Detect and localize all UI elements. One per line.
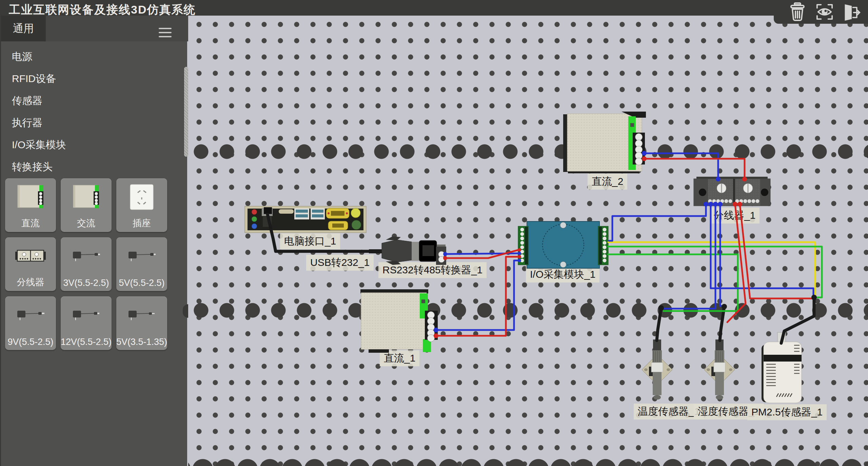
adapter-icon [116, 239, 167, 275]
cable-humid-sensor[interactable] [720, 307, 724, 341]
menu-item-io[interactable]: I/O采集模块 [1, 134, 181, 156]
ac-power-icon [61, 180, 112, 216]
sidebar-collapse-handle[interactable] [183, 304, 188, 318]
palette-item-label: 分线器 [5, 276, 56, 288]
dc1-terminal-block[interactable] [425, 311, 438, 340]
category-menu: 电源 RFID设备 传感器 执行器 I/O采集模块 转换接头 [1, 45, 181, 178]
serial-ports [326, 208, 349, 230]
menu-icon[interactable] [159, 28, 172, 38]
palette-item-splitter[interactable]: 分线器 [5, 237, 56, 291]
device-label-dc2: 直流_2 [588, 174, 627, 190]
device-label-usb: USB转232_1 [306, 255, 374, 271]
palette-item-socket[interactable]: 插座 [116, 178, 167, 232]
socket-icon [116, 180, 167, 216]
palette-tab-bar: 通用 [1, 16, 188, 41]
wire-blue-rs232-io[interactable] [445, 253, 518, 254]
adapter-icon [61, 239, 112, 275]
toolbar [774, 0, 868, 24]
palette-grid: 直流 交流 [5, 178, 179, 350]
palette-item-label: 5V(3.5-1.35) [116, 337, 167, 347]
wire-red-rs232-io[interactable] [445, 250, 518, 258]
wire-blue-splitter-io[interactable] [609, 204, 706, 241]
menu-item-power[interactable]: 电源 [1, 45, 181, 67]
device-humid-sensor[interactable] [704, 339, 735, 400]
palette-item-label: 插座 [116, 217, 167, 229]
cable-temp-sensor[interactable] [657, 308, 661, 341]
tab-general[interactable]: 通用 [1, 16, 46, 41]
page-title: 工业互联网设备及接线3D仿真系统 [9, 2, 196, 18]
menu-item-rfid[interactable]: RFID设备 [1, 67, 181, 90]
palette-item-9v[interactable]: 9V(5.5-2.5) [5, 296, 56, 350]
palette-item-label: 12V(5.5-2.5) [61, 337, 112, 347]
io-terminal-left[interactable] [518, 226, 528, 265]
palette-item-ac[interactable]: 交流 [61, 178, 112, 232]
ps2-port-yellow [351, 208, 360, 218]
ps2-port-green [352, 220, 361, 230]
wires [436, 153, 822, 336]
sidebar-scrollbar[interactable] [184, 67, 188, 157]
device-pc-panel[interactable] [245, 206, 366, 233]
menu-item-sensor[interactable]: 传感器 [1, 90, 181, 112]
workspace-canvas[interactable]: 直流_2 电脑接口_1 USB转232_1 RS232转485转换器_1 I/O… [188, 16, 868, 466]
wire-red-dc2-splitter[interactable] [644, 159, 745, 180]
device-label-dc1: 直流_1 [380, 350, 419, 366]
device-dc2[interactable] [563, 112, 646, 173]
dc2-terminal-block[interactable] [633, 133, 645, 164]
palette-item-label: 直流 [5, 217, 56, 229]
device-palette-sidebar: 通用 电源 RFID设备 传感器 执行器 I/O采集模块 转换接头 [0, 16, 187, 466]
wire-blue-dc2-splitter[interactable] [644, 153, 718, 180]
device-splitter[interactable] [694, 177, 770, 206]
wire-yellow-io-pm25[interactable] [608, 242, 815, 297]
palette-item-dc[interactable]: 直流 [5, 178, 56, 232]
palette-item-5v[interactable]: 5V(5.5-2.5) [116, 237, 167, 291]
device-label-pc: 电脑接口_1 [280, 233, 340, 249]
dc-power-icon [5, 180, 56, 216]
device-label-pm25: PM2.5传感器_1 [747, 404, 827, 420]
wire-green-io-pm25[interactable] [608, 247, 822, 297]
device-temp-sensor[interactable] [642, 339, 672, 400]
menu-item-adapter[interactable]: 转换接头 [1, 156, 181, 178]
menu-item-actuator[interactable]: 执行器 [1, 112, 181, 134]
device-dc1[interactable] [360, 289, 438, 353]
palette-item-label: 交流 [61, 217, 112, 229]
device-label-splitter: 分线器_1 [710, 208, 760, 224]
palette-item-12v[interactable]: 12V(5.5-2.5) [61, 296, 112, 350]
palette-item-label: 3V(5.5-2.5) [61, 278, 112, 288]
wire-green-io-temp[interactable] [608, 254, 738, 311]
device-label-io: I/O采集模块_1 [526, 267, 599, 283]
splitter-icon [5, 239, 56, 275]
device-io-module[interactable] [518, 221, 608, 268]
audio-jack-blue [252, 224, 257, 229]
palette-item-label: 9V(5.5-2.5) [5, 337, 56, 347]
palette-item-label: 5V(5.5-2.5) [116, 278, 167, 288]
usb-ports [294, 208, 325, 219]
cable-pm25-sensor[interactable] [781, 297, 814, 343]
wire-blue-splitter-temp[interactable] [662, 204, 715, 309]
view-focus-icon[interactable] [816, 2, 833, 21]
device-label-rs232: RS232转485转换器_1 [378, 262, 487, 278]
adapter-icon [61, 298, 112, 334]
io-terminal-right[interactable] [598, 226, 608, 265]
audio-jack-red [252, 209, 257, 215]
trash-icon[interactable] [789, 2, 806, 21]
device-rs232-485[interactable] [369, 236, 446, 265]
palette-item-5v-slim[interactable]: 5V(3.5-1.35) [116, 296, 167, 350]
adapter-icon [116, 298, 167, 334]
palette-item-3v[interactable]: 3V(5.5-2.5) [61, 237, 112, 291]
exit-icon[interactable] [843, 2, 861, 21]
adapter-icon [5, 298, 56, 334]
device-pm25-sensor[interactable] [762, 332, 802, 403]
title-bar: 工业互联网设备及接线3D仿真系统 [0, 0, 868, 16]
audio-jack-green [252, 216, 257, 222]
